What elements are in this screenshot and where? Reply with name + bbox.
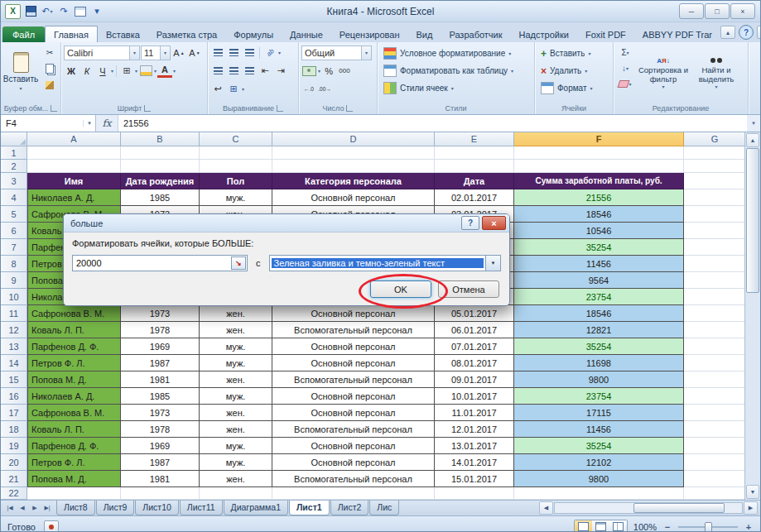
close-button[interactable]: × — [730, 3, 755, 19]
cell-name[interactable]: Парфенов Д. Ф. — [27, 338, 121, 355]
ribbon-tab-Данные[interactable]: Данные — [282, 26, 331, 42]
cell-gender[interactable]: муж. — [200, 388, 272, 405]
row-header-18[interactable]: 18 — [1, 421, 27, 438]
dialog-launcher-icon[interactable] — [144, 105, 151, 112]
cell-category[interactable]: Вспомогательный персонал — [272, 371, 435, 388]
cell-salary[interactable]: 35254 — [514, 338, 684, 355]
cell-date[interactable]: 09.01.2017 — [435, 371, 514, 388]
scroll-right-icon[interactable]: ▶ — [744, 501, 758, 515]
align-right-button[interactable] — [242, 64, 257, 78]
align-top-button[interactable] — [210, 46, 225, 60]
quick-table-button[interactable] — [74, 5, 87, 18]
cell-salary[interactable]: 9800 — [514, 371, 684, 388]
scroll-left-icon[interactable]: ◀ — [539, 501, 553, 515]
cell-salary[interactable]: 11456 — [514, 421, 684, 438]
row-header-6[interactable]: 6 — [1, 223, 27, 239]
increase-decimal-button[interactable]: ←.0 — [301, 82, 316, 96]
cell-category[interactable]: Вспомогательный персонал — [272, 322, 435, 338]
font-group-label[interactable]: Шрифт — [61, 103, 207, 114]
cell-birth-year[interactable]: 1987 — [121, 355, 200, 371]
decrease-decimal-button[interactable]: .00→ — [317, 82, 332, 96]
cell[interactable] — [684, 322, 744, 338]
horizontal-scrollbar[interactable]: ◀ ▶ — [538, 501, 760, 515]
formula-input[interactable]: 21556 — [118, 115, 747, 132]
cell-salary[interactable]: 11698 — [514, 355, 684, 371]
cell[interactable] — [684, 289, 744, 305]
cell-gender[interactable]: муж. — [200, 338, 272, 355]
row-header-5[interactable]: 5 — [1, 206, 27, 223]
cell-category[interactable]: Основной персонал — [272, 305, 435, 322]
clipboard-group-label[interactable]: Буфер обм... — [1, 103, 60, 114]
thousands-separator-button[interactable]: 000 — [337, 64, 352, 78]
sheet-tab-Лист9[interactable]: Лист9 — [96, 501, 135, 515]
cell[interactable] — [684, 239, 744, 256]
row-header-9[interactable]: 9 — [1, 272, 27, 289]
cell-salary[interactable]: 11456 — [514, 256, 684, 272]
sheet-tab-Лист1[interactable]: Лист1 — [289, 501, 330, 515]
cell-name[interactable]: Коваль Л. П. — [27, 421, 121, 438]
cell[interactable] — [684, 206, 744, 223]
row-header-17[interactable]: 17 — [1, 405, 27, 421]
alignment-group-label[interactable]: Выравнивание — [208, 103, 298, 114]
zoom-slider-thumb[interactable] — [705, 522, 712, 532]
sheet-tab-Лис[interactable]: Лис — [369, 501, 399, 515]
cell-date[interactable]: 07.01.2017 — [435, 338, 514, 355]
cell-date[interactable]: 14.01.2017 — [435, 454, 514, 471]
cell-gender[interactable]: муж. — [200, 355, 272, 371]
cell-name[interactable]: Сафронова В. М. — [27, 305, 121, 322]
excel-app-icon[interactable]: X — [5, 4, 21, 19]
align-left-button[interactable] — [210, 64, 225, 78]
cell-date[interactable]: 15.01.2017 — [435, 471, 514, 487]
copy-button[interactable] — [41, 61, 59, 76]
dialog-launcher-icon[interactable] — [346, 105, 353, 112]
ribbon-tab-Файл[interactable]: Файл — [2, 26, 45, 42]
column-header-B[interactable]: B — [121, 132, 200, 146]
fill-color-button[interactable] — [138, 64, 153, 78]
cell-category[interactable]: Основной персонал — [272, 405, 435, 421]
cell-birth-year[interactable]: 1969 — [121, 438, 200, 454]
cell[interactable] — [684, 438, 744, 454]
cell[interactable] — [684, 272, 744, 289]
cell-date[interactable]: 13.01.2017 — [435, 438, 514, 454]
dialog-close-button[interactable]: × — [482, 216, 506, 230]
page-break-view-button[interactable] — [609, 520, 627, 532]
currency-format-button[interactable] — [301, 64, 317, 78]
save-button[interactable] — [24, 5, 37, 18]
cell[interactable] — [684, 189, 744, 206]
cell-date[interactable]: 02.01.2017 — [435, 189, 514, 206]
dialog-launcher-icon[interactable] — [51, 105, 57, 112]
cell-name[interactable]: Попова М. Д. — [27, 471, 121, 487]
orientation-button[interactable] — [262, 46, 277, 60]
dialog-launcher-icon[interactable] — [277, 105, 283, 112]
cell-birth-year[interactable]: 1985 — [121, 388, 200, 405]
cell-gender[interactable]: жен. — [200, 305, 272, 322]
scroll-up-icon[interactable]: ▲ — [746, 133, 759, 147]
sheet-tab-Лист2[interactable]: Лист2 — [330, 501, 369, 515]
cell-salary[interactable]: 17115 — [514, 405, 684, 421]
cell-name[interactable]: Сафронова В. М. — [27, 405, 121, 421]
ribbon-tab-Главная[interactable]: Главная — [45, 26, 98, 42]
fill-button[interactable]: ▾ — [616, 60, 634, 75]
number-group-label[interactable]: Число — [299, 103, 377, 114]
table-header-cell[interactable]: Дата рождения — [121, 173, 200, 189]
row-header-8[interactable]: 8 — [1, 256, 27, 272]
table-header-cell[interactable]: Категория персонала — [272, 173, 435, 189]
ribbon-tab-Разметка стра[interactable]: Разметка стра — [148, 26, 225, 42]
wrap-text-button[interactable] — [210, 82, 225, 96]
ribbon-tab-Вставка[interactable]: Вставка — [98, 26, 148, 42]
cell-gender[interactable]: муж. — [200, 454, 272, 471]
cell-name[interactable]: Николаев А. Д. — [27, 388, 121, 405]
cell[interactable] — [121, 146, 200, 160]
cell-gender[interactable]: жен. — [200, 421, 272, 438]
row-header-4[interactable]: 4 — [1, 189, 27, 206]
ribbon-tab-Надстройки[interactable]: Надстройки — [511, 26, 577, 42]
table-header-cell[interactable]: Дата — [435, 173, 514, 189]
cell-birth-year[interactable]: 1973 — [121, 405, 200, 421]
row-header-15[interactable]: 15 — [1, 371, 27, 388]
cell-birth-year[interactable]: 1978 — [121, 322, 200, 338]
dialog-titlebar[interactable]: больше ? × — [64, 214, 509, 232]
autosum-button[interactable]: ▾ — [616, 45, 634, 60]
cell-salary[interactable]: 18546 — [514, 206, 684, 223]
cell[interactable] — [200, 487, 272, 500]
cell-category[interactable]: Основной персонал — [272, 388, 435, 405]
